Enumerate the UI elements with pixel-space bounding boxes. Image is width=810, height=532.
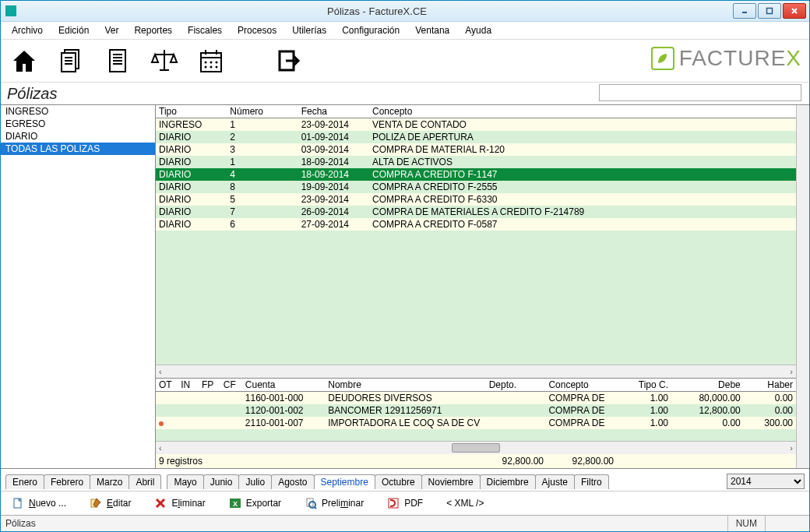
col-header[interactable]: Fecha	[298, 105, 369, 118]
table-row[interactable]: DIARIO418-09-2014COMPRA A CREDITO F-1147	[156, 168, 796, 181]
col-header[interactable]: Haber	[744, 379, 796, 392]
col-header[interactable]: Nombre	[325, 379, 485, 392]
status-left: Pólizas	[5, 518, 36, 529]
balance-icon[interactable]	[149, 45, 180, 76]
col-header[interactable]: FP	[199, 379, 220, 392]
delete-icon	[154, 497, 167, 509]
table-row[interactable]: DIARIO523-09-2014COMPRA A CREDITO F-6330	[156, 193, 796, 206]
sidebar-item[interactable]: EGRESO	[1, 118, 155, 130]
sidebar-item[interactable]: DIARIO	[1, 130, 155, 143]
tab-agosto[interactable]: Agosto	[271, 474, 314, 489]
col-header[interactable]: Depto.	[486, 379, 546, 392]
col-header[interactable]: IN	[178, 379, 199, 392]
statusbar: Pólizas NUM	[1, 515, 809, 531]
minimize-button[interactable]	[733, 3, 756, 19]
preview-icon	[305, 497, 317, 509]
table-row[interactable]: 2110-001-007IMPORTADORA LE COQ SA DE CVC…	[156, 417, 796, 429]
table-row[interactable]: DIARIO627-09-2014COMPRA A CREDITO F-0587	[156, 218, 796, 231]
table-row[interactable]: INGRESO123-09-2014VENTA DE CONTADO	[156, 118, 796, 132]
brand-text: FACTUREX	[679, 46, 801, 71]
home-icon[interactable]	[9, 45, 40, 76]
tab-ajuste[interactable]: Ajuste	[535, 474, 575, 489]
tab-febrero[interactable]: Febrero	[44, 474, 90, 489]
detail-hscroll[interactable]: ‹›	[156, 441, 796, 454]
document-icon[interactable]	[102, 45, 133, 76]
exportar-button[interactable]: X Exportar	[229, 497, 281, 509]
col-header[interactable]: CF	[220, 379, 242, 392]
window-buttons	[733, 3, 806, 19]
tab-filtro[interactable]: Filtro	[574, 474, 609, 489]
table-row[interactable]: DIARIO303-09-2014COMPRA DE MATERIAL R-12…	[156, 143, 796, 156]
exit-icon[interactable]	[273, 45, 305, 76]
col-header[interactable]: Debe	[671, 379, 744, 392]
app-icon	[5, 5, 16, 16]
col-header[interactable]: Número	[227, 105, 298, 118]
tab-septiembre[interactable]: Septiembre	[314, 474, 375, 489]
menu-ventana[interactable]: Ventana	[409, 23, 456, 37]
section-header: Pólizas	[1, 83, 809, 104]
col-header[interactable]: Cuenta	[242, 379, 325, 392]
svg-line-36	[315, 507, 316, 509]
detail-panel: OTINFPCFCuentaNombreDepto.ConceptoTipo C…	[156, 378, 796, 468]
menu-edición[interactable]: Edición	[52, 23, 95, 37]
col-header[interactable]: OT	[156, 379, 178, 392]
svg-point-25	[210, 66, 213, 69]
vertical-scrollbar[interactable]	[796, 105, 809, 468]
preliminar-button[interactable]: Preliminar	[305, 497, 364, 509]
sidebar-item[interactable]: TODAS LAS POLIZAS	[1, 143, 155, 155]
tab-julio[interactable]: Julio	[238, 474, 272, 489]
search-input[interactable]	[599, 84, 801, 101]
calendar-icon[interactable]	[195, 45, 227, 76]
table-row[interactable]: 1160-001-000DEUDORES DIVERSOSCOMPRA DE1.…	[156, 392, 796, 405]
table-row[interactable]: 1120-001-002BANCOMER 12911256971COMPRA D…	[156, 404, 796, 417]
maximize-button[interactable]	[758, 3, 781, 19]
year-select[interactable]: 2014	[727, 474, 805, 489]
top-empty-area	[156, 231, 796, 365]
col-header[interactable]: Concepto	[369, 105, 796, 118]
svg-rect-1	[767, 9, 773, 14]
menu-configuración[interactable]: Configuración	[336, 23, 406, 37]
col-header[interactable]: Tipo C.	[628, 379, 671, 392]
tab-marzo[interactable]: Marzo	[90, 474, 129, 489]
titlebar: Pólizas - FactureX.CE	[1, 1, 809, 22]
col-header[interactable]: Tipo	[156, 105, 227, 118]
table-row[interactable]: DIARIO726-09-2014COMPRA DE MATERIALES A …	[156, 206, 796, 218]
menu-ver[interactable]: Ver	[98, 23, 125, 37]
excel-icon: X	[229, 497, 241, 509]
svg-point-22	[210, 62, 213, 64]
tab-junio[interactable]: Junio	[203, 474, 240, 489]
nuevo-button[interactable]: NNuevo ...uevo ...	[12, 497, 66, 509]
top-hscroll[interactable]: ‹›	[156, 365, 796, 378]
document-stack-icon[interactable]	[55, 45, 86, 76]
tab-mayo[interactable]: Mayo	[167, 474, 203, 489]
pdf-button[interactable]: PDF	[387, 497, 423, 509]
tab-enero[interactable]: Enero	[5, 474, 44, 489]
tab-diciembre[interactable]: Diciembre	[480, 474, 536, 489]
table-row[interactable]: DIARIO819-09-2014COMPRA A CREDITO F-2555	[156, 181, 796, 193]
tab-noviembre[interactable]: Noviembre	[421, 474, 481, 489]
editar-button[interactable]: Editar	[90, 497, 131, 509]
tab-abril[interactable]: Abril	[129, 474, 161, 489]
menu-ayuda[interactable]: Ayuda	[459, 23, 498, 37]
xml-button[interactable]: < XML />	[446, 498, 484, 509]
polizas-table[interactable]: TipoNúmeroFechaConcepto INGRESO123-09-20…	[156, 105, 796, 231]
month-tabs: EneroFebreroMarzoAbrilMayoJunioJulioAgos…	[1, 468, 809, 491]
menu-utilerías[interactable]: Utilerías	[286, 23, 333, 37]
menu-procesos[interactable]: Procesos	[231, 23, 283, 37]
svg-point-24	[205, 66, 207, 69]
menu-reportes[interactable]: Reportes	[128, 23, 178, 37]
tab-octubre[interactable]: Octubre	[375, 474, 422, 489]
sidebar-item[interactable]: INGRESO	[1, 105, 155, 118]
svg-point-23	[216, 62, 218, 64]
table-row[interactable]: DIARIO201-09-2014POLIZA DE APERTURA	[156, 131, 796, 143]
menu-fiscales[interactable]: Fiscales	[181, 23, 228, 37]
pdf-icon	[387, 497, 400, 509]
total-debe: 92,800.00	[458, 456, 544, 467]
table-row[interactable]: DIARIO118-09-2014ALTA DE ACTIVOS	[156, 156, 796, 168]
close-button[interactable]	[783, 3, 806, 19]
detail-table[interactable]: OTINFPCFCuentaNombreDepto.ConceptoTipo C…	[156, 379, 796, 429]
col-header[interactable]: Concepto	[545, 379, 628, 392]
leaf-icon	[651, 47, 674, 70]
eliminar-button[interactable]: Eliminar	[154, 497, 205, 509]
menu-archivo[interactable]: Archivo	[5, 23, 49, 37]
